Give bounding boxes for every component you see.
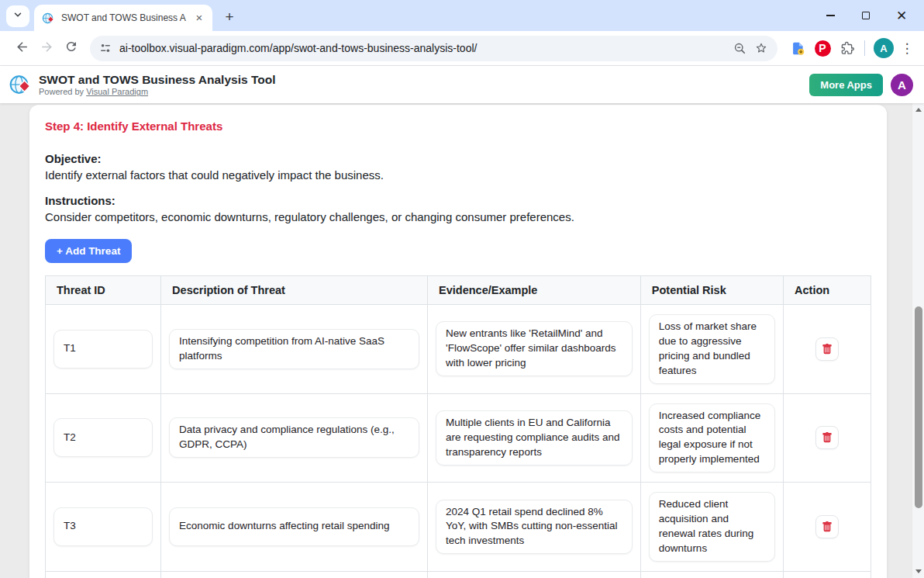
zoom-indicator-icon[interactable] [733, 42, 746, 55]
window-close-button[interactable]: ✕ [884, 0, 919, 31]
forward-button[interactable] [34, 36, 59, 61]
window-maximize-button[interactable] [848, 0, 884, 31]
new-tab-button[interactable]: + [219, 6, 240, 28]
scrollbar-up-arrow[interactable] [912, 104, 924, 116]
back-button[interactable] [9, 36, 34, 61]
header-evidence: Evidence/Example [428, 276, 641, 305]
back-arrow-icon [15, 40, 29, 57]
window-controls: ✕ [812, 0, 919, 31]
threats-table-body: T1 Intensifying competition from AI-nati… [46, 305, 871, 578]
threat-table-row: T4 Cybersecurity vulnerabilities in thir… [46, 571, 871, 578]
delete-threat-button[interactable] [815, 515, 839, 538]
more-apps-button[interactable]: More Apps [809, 74, 883, 96]
bookmark-star-icon[interactable] [754, 41, 768, 55]
threat-table-row: T2 Data privacy and compliance regulatio… [46, 393, 871, 483]
browser-toolbar: ai-toolbox.visual-paradigm.com/app/swot-… [0, 31, 924, 66]
page-background: Step 4: Identify External Threats Object… [0, 103, 924, 578]
chevron-down-icon [12, 9, 23, 23]
app-title: SWOT and TOWS Business Analysis Tool [39, 73, 275, 88]
table-header-row: Threat ID Description of Threat Evidence… [46, 276, 871, 305]
threat-table-row: T1 Intensifying competition from AI-nati… [46, 305, 871, 394]
site-info-icon[interactable] [99, 42, 112, 54]
scrollbar-down-arrow[interactable] [912, 566, 924, 577]
header-potential-risk: Potential Risk [640, 276, 783, 305]
threat-evidence-field[interactable]: New entrants like 'RetailMind' and 'Flow… [436, 321, 633, 376]
powered-by: Powered by Visual Paradigm [39, 87, 275, 96]
instructions-text: Consider competitors, economic downturns… [45, 210, 871, 223]
scrollbar-thumb[interactable] [915, 306, 922, 508]
threat-risk-field[interactable]: Increased compliance costs and potential… [649, 403, 775, 473]
threat-evidence-field[interactable]: 2024 Q1 retail spend declined 8% YoY, wi… [436, 500, 633, 555]
delete-threat-button[interactable] [815, 426, 839, 449]
trash-icon [822, 521, 833, 532]
threat-description-field[interactable]: Economic downturns affecting retail spen… [169, 507, 419, 546]
threat-description-field[interactable]: Data privacy and compliance regulations … [169, 417, 419, 458]
visual-paradigm-link[interactable]: Visual Paradigm [86, 87, 148, 96]
objective-label: Objective: [45, 152, 871, 165]
browser-profile-avatar[interactable]: A [874, 38, 894, 58]
objective-text: Identify external factors that could neg… [45, 168, 871, 182]
threat-id-field[interactable]: T1 [53, 330, 153, 369]
close-icon: ✕ [896, 8, 907, 24]
minimize-icon [826, 15, 835, 16]
triangle-down-icon [915, 569, 922, 573]
trash-icon [822, 344, 833, 355]
user-avatar[interactable]: A [891, 74, 913, 96]
pinterest-logo: P [815, 40, 831, 57]
browser-menu-icon[interactable]: ⋮ [898, 40, 916, 57]
threats-table: Threat ID Description of Threat Evidence… [45, 275, 871, 578]
app-header: SWOT and TOWS Business Analysis Tool Pow… [0, 66, 924, 103]
extensions-puzzle-icon[interactable] [835, 36, 860, 61]
header-description: Description of Threat [161, 276, 428, 305]
url-text[interactable]: ai-toolbox.visual-paradigm.com/app/swot-… [119, 42, 726, 54]
instructions-label: Instructions: [45, 194, 871, 207]
visual-paradigm-favicon [42, 12, 55, 25]
threat-table-row: T3 Economic downturns affecting retail s… [46, 483, 871, 572]
threat-risk-field[interactable]: Reduced client acquisition and renewal r… [649, 492, 775, 562]
threat-id-field[interactable]: T2 [53, 418, 153, 457]
browser-titlebar: SWOT and TOWS Business Anal × + ✕ [0, 0, 924, 31]
trash-icon [822, 432, 833, 443]
tab-title: SWOT and TOWS Business Anal [61, 12, 186, 23]
tab-search-chevron-button[interactable] [6, 5, 29, 27]
threat-description-field[interactable]: Intensifying competition from AI-native … [169, 329, 419, 369]
refresh-button[interactable] [59, 36, 84, 61]
triangle-up-icon [915, 108, 922, 112]
browser-window: SWOT and TOWS Business Anal × + ✕ [0, 0, 924, 578]
powered-by-text: Powered by [39, 87, 84, 96]
forward-arrow-icon [40, 40, 54, 57]
pinterest-extension-icon[interactable]: P [810, 36, 835, 61]
toolbar-separator [864, 40, 865, 56]
url-bar[interactable]: ai-toolbox.visual-paradigm.com/app/swot-… [90, 36, 777, 61]
add-threat-button[interactable]: + Add Threat [45, 239, 132, 263]
maximize-icon [862, 12, 870, 19]
step-title: Step 4: Identify External Threats [45, 119, 871, 133]
document-download-extension-icon[interactable] [785, 36, 810, 61]
threat-id-field[interactable]: T3 [53, 507, 153, 546]
header-threat-id: Threat ID [46, 276, 161, 305]
threat-risk-field[interactable]: Loss of market share due to aggressive p… [649, 314, 775, 384]
header-action: Action [784, 276, 871, 305]
browser-tab[interactable]: SWOT and TOWS Business Anal × [34, 5, 212, 31]
page-scrollbar[interactable] [912, 103, 924, 578]
window-minimize-button[interactable] [812, 0, 848, 31]
content-card: Step 4: Identify External Threats Object… [29, 105, 887, 578]
tab-close-icon[interactable]: × [192, 11, 206, 25]
visual-paradigm-logo [9, 73, 33, 96]
threat-evidence-field[interactable]: Multiple clients in EU and California ar… [436, 410, 633, 466]
refresh-icon [64, 40, 78, 57]
delete-threat-button[interactable] [815, 337, 839, 361]
